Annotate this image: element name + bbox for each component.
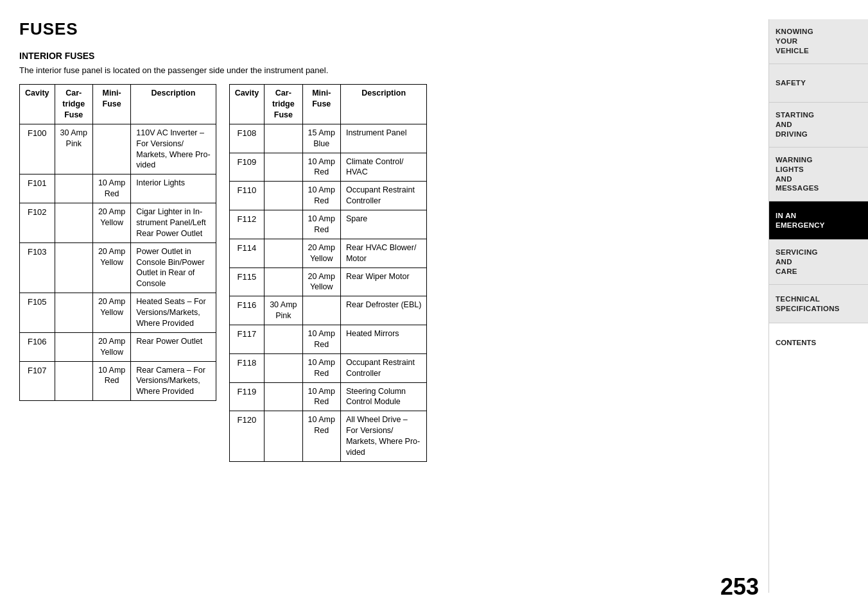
- table-row: F10030 AmpPink110V AC Inverter –For Vers…: [20, 124, 216, 174]
- cell-desc: Rear Defroster (EBL): [340, 296, 426, 325]
- cell-cavity: F115: [229, 268, 265, 296]
- col-header-cavity-2: Cavity: [229, 85, 265, 124]
- cell-mini: 20 AmpYellow: [92, 242, 130, 293]
- sidebar: KNOWINGYOURVEHICLESAFETYSTARTINGANDDRIVI…: [768, 19, 868, 593]
- cell-cartridge: [265, 239, 302, 268]
- table-row: F10220 AmpYellowCigar Lighter in In-stru…: [20, 203, 216, 243]
- cell-cartridge: [265, 124, 302, 153]
- cell-cavity: F102: [20, 203, 55, 243]
- table-row: F11630 AmpPinkRear Defroster (EBL): [229, 296, 427, 325]
- col-header-desc-2: Description: [340, 85, 426, 124]
- tables-row: Cavity Car-tridgeFuse Mini-Fuse Descript…: [19, 84, 756, 462]
- cell-mini: 10 AmpRed: [302, 353, 340, 382]
- cell-desc: Climate Control/HVAC: [340, 153, 426, 182]
- cell-cartridge: [265, 182, 302, 210]
- cell-desc: Interior Lights: [131, 174, 216, 203]
- cell-desc: Spare: [340, 210, 426, 239]
- fuse-table-2: Cavity Car-tridgeFuse Mini-Fuse Descript…: [229, 84, 428, 462]
- section-intro: The interior fuse panel is located on th…: [19, 65, 756, 76]
- cell-mini: 10 AmpRed: [302, 411, 340, 462]
- table-row: F11420 AmpYellowRear HVAC Blower/Motor: [229, 239, 427, 268]
- page-container: FUSES INTERIOR FUSES The interior fuse p…: [0, 0, 868, 612]
- cell-mini: 10 AmpRed: [302, 382, 340, 411]
- cell-cartridge: [55, 174, 92, 203]
- sidebar-item-contents[interactable]: CONTENTS: [769, 323, 868, 362]
- table-row: F10320 AmpYellowPower Outlet inConsole B…: [20, 242, 216, 293]
- cell-cavity: F109: [229, 153, 265, 182]
- cell-cartridge: 30 AmpPink: [55, 124, 92, 174]
- cell-mini: 10 AmpRed: [302, 153, 340, 182]
- sidebar-item-technical-specifications[interactable]: TECHNICALSPECIFICATIONS: [769, 285, 868, 323]
- cell-desc: Occupant RestraintController: [340, 182, 426, 210]
- table-row: F11520 AmpYellowRear Wiper Motor: [229, 268, 427, 296]
- col-header-cavity-1: Cavity: [20, 85, 55, 124]
- cell-desc: Heated Seats – ForVersions/Markets,Where…: [131, 293, 216, 333]
- table-row: F10815 AmpBlueInstrument Panel: [229, 124, 427, 153]
- cell-mini: [302, 296, 340, 325]
- cell-cartridge: [265, 268, 302, 296]
- cell-cavity: F116: [229, 296, 265, 325]
- cell-cartridge: [55, 293, 92, 333]
- cell-cartridge: [55, 332, 92, 361]
- cell-cartridge: [265, 153, 302, 182]
- cell-cartridge: [55, 361, 92, 401]
- table-row: F11010 AmpRedOccupant RestraintControlle…: [229, 182, 427, 210]
- table-row: F11810 AmpRedOccupant RestraintControlle…: [229, 353, 427, 382]
- cell-desc: Cigar Lighter in In-strument Panel/LeftR…: [131, 203, 216, 243]
- sidebar-item-warning-lights-and-messages[interactable]: WARNINGLIGHTSANDMESSAGES: [769, 148, 868, 202]
- cell-desc: Heated Mirrors: [340, 325, 426, 354]
- sidebar-item-in-an-emergency[interactable]: IN ANEMERGENCY: [769, 201, 868, 240]
- table-row: F10620 AmpYellowRear Power Outlet: [20, 332, 216, 361]
- table-row: F10110 AmpRedInterior Lights: [20, 174, 216, 203]
- cell-mini: 10 AmpRed: [92, 174, 130, 203]
- cell-desc: Steering ColumnControl Module: [340, 382, 426, 411]
- cell-cartridge: [265, 325, 302, 354]
- cell-mini: 15 AmpBlue: [302, 124, 340, 153]
- cell-mini: 20 AmpYellow: [92, 203, 130, 243]
- cell-cavity: F114: [229, 239, 265, 268]
- fuse-table-1: Cavity Car-tridgeFuse Mini-Fuse Descript…: [19, 84, 216, 401]
- cell-cavity: F118: [229, 353, 265, 382]
- table-row: F10520 AmpYellowHeated Seats – ForVersio…: [20, 293, 216, 333]
- table-row: F12010 AmpRedAll Wheel Drive –For Versio…: [229, 411, 427, 462]
- cell-cartridge: [55, 242, 92, 293]
- cell-cartridge: [265, 210, 302, 239]
- cell-cavity: F117: [229, 325, 265, 354]
- cell-mini: 20 AmpYellow: [302, 239, 340, 268]
- cell-cavity: F100: [20, 124, 55, 174]
- cell-mini: 10 AmpRed: [92, 361, 130, 401]
- main-content: FUSES INTERIOR FUSES The interior fuse p…: [19, 19, 768, 593]
- col-header-mini-2: Mini-Fuse: [302, 85, 340, 124]
- table-row: F11710 AmpRedHeated Mirrors: [229, 325, 427, 354]
- cell-cavity: F119: [229, 382, 265, 411]
- cell-mini: 20 AmpYellow: [92, 293, 130, 333]
- sidebar-item-servicing-and-care[interactable]: SERVICINGANDCARE: [769, 240, 868, 285]
- cell-cavity: F107: [20, 361, 55, 401]
- table-row: F11210 AmpRedSpare: [229, 210, 427, 239]
- cell-desc: Power Outlet inConsole Bin/PowerOutlet i…: [131, 242, 216, 293]
- cell-desc: Instrument Panel: [340, 124, 426, 153]
- cell-desc: Occupant RestraintController: [340, 353, 426, 382]
- cell-cartridge: [265, 353, 302, 382]
- col-header-cartridge-1: Car-tridgeFuse: [55, 85, 92, 124]
- sidebar-item-starting-and-driving[interactable]: STARTINGANDDRIVING: [769, 103, 868, 148]
- cell-cavity: F101: [20, 174, 55, 203]
- cell-cavity: F112: [229, 210, 265, 239]
- col-header-desc-1: Description: [131, 85, 216, 124]
- cell-cavity: F110: [229, 182, 265, 210]
- cell-mini: 20 AmpYellow: [302, 268, 340, 296]
- table-row: F10710 AmpRedRear Camera – ForVersions/M…: [20, 361, 216, 401]
- sidebar-item-safety[interactable]: SAFETY: [769, 64, 868, 103]
- page-title: FUSES: [19, 19, 756, 39]
- cell-cartridge: 30 AmpPink: [265, 296, 302, 325]
- cell-mini: [92, 124, 130, 174]
- cell-desc: 110V AC Inverter –For Versions/Markets, …: [131, 124, 216, 174]
- cell-mini: 10 AmpRed: [302, 210, 340, 239]
- cell-desc: Rear Wiper Motor: [340, 268, 426, 296]
- cell-cartridge: [265, 382, 302, 411]
- section-title: INTERIOR FUSES: [19, 51, 756, 61]
- sidebar-item-knowing-your-vehicle[interactable]: KNOWINGYOURVEHICLE: [769, 19, 868, 64]
- cell-cavity: F105: [20, 293, 55, 333]
- cell-desc: Rear Camera – ForVersions/Markets,Where …: [131, 361, 216, 401]
- cell-cartridge: [55, 203, 92, 243]
